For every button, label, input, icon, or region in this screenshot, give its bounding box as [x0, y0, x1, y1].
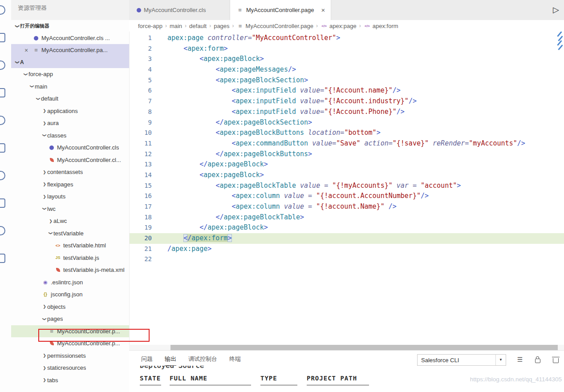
code-line[interactable]: 12 </apex:pageBlockButtons>	[130, 149, 564, 160]
tree-item[interactable]: ❯default	[11, 93, 129, 105]
code-text: <apex:commandButton value="Save" action=…	[152, 138, 525, 149]
panel-tab[interactable]: 输出	[165, 355, 176, 366]
code-line[interactable]: 17 <apex:column value = "{!account.Name}…	[130, 202, 564, 212]
breadcrumb-item[interactable]: pages	[214, 23, 229, 29]
tree-item[interactable]: ◉.eslintrc.json	[11, 276, 129, 289]
code-line[interactable]: 2 <apex:form>	[130, 44, 564, 54]
tab-active[interactable]: ≡MyAccountController.page×	[230, 0, 331, 20]
tree-item[interactable]: ❯testVariable	[11, 227, 129, 240]
tree-item[interactable]: <>testVariable.html	[11, 239, 129, 252]
code-line[interactable]: 8 <apex:inputField value="{!Account.Phon…	[130, 107, 564, 117]
code-line[interactable]: 13 </apex:pageBlock>	[130, 159, 564, 170]
code-line[interactable]: 6 <apex:inputField value="{!Account.name…	[130, 85, 564, 96]
code-line[interactable]: 16 <apex:column value = "{!account.Accou…	[130, 191, 564, 202]
chevron-separator-icon: ›	[209, 23, 211, 29]
code-editor[interactable]: 1apex:page controller="MyAccountControll…	[129, 32, 564, 345]
code-line[interactable]: 5 <apex:pageBlockSection>	[130, 75, 564, 86]
breadcrumb-symbol[interactable]: </>apex:form	[364, 23, 398, 29]
clear-output-icon[interactable]	[551, 355, 560, 364]
activity-icon-fragment[interactable]	[0, 254, 5, 263]
tab-inactive[interactable]: MyAccountController.cls	[129, 0, 230, 20]
tree-item[interactable]: {}jsconfig.json	[11, 288, 129, 301]
code-line[interactable]: 4 <apex:pageMessages/>	[130, 65, 564, 75]
breadcrumb-item[interactable]: force-app	[138, 23, 162, 29]
html-file-icon: <>	[54, 242, 61, 249]
chevron-right-icon: ❯	[42, 194, 47, 199]
code-line[interactable]: 21/apex:page>	[130, 244, 564, 255]
tree-item[interactable]: MyAccountController.cls	[11, 141, 129, 154]
tree-item[interactable]: ❯objects	[11, 301, 129, 313]
tree-item[interactable]: ❯pages	[11, 313, 129, 325]
tree-item[interactable]: ❯lwc	[11, 203, 129, 215]
code-line[interactable]: 11 <apex:commandButton value="Save" acti…	[130, 138, 564, 149]
tree-item[interactable]: testVariable.js-meta.xml	[11, 264, 129, 276]
code-line[interactable]: 20 </apex:form>	[130, 233, 564, 244]
activity-icon-fragment[interactable]	[0, 61, 5, 70]
tree-item[interactable]: ❯layouts	[11, 190, 129, 203]
lock-scroll-icon[interactable]	[533, 355, 543, 364]
output-channel-dropdown[interactable]: Salesforce CLI ▼	[417, 354, 506, 366]
tree-item[interactable]: MyAccountController.cl...	[11, 154, 129, 166]
tree-item[interactable]: ≡MyAccountController.p...	[11, 325, 129, 338]
breadcrumb-item[interactable]: main	[170, 23, 182, 29]
code-lines: 1apex:page controller="MyAccountControll…	[130, 32, 564, 265]
open-editor-item[interactable]: ×MyAccountController.cls ...	[11, 32, 129, 44]
breadcrumb-file[interactable]: ≡MyAccountController.page	[237, 23, 313, 29]
tree-item[interactable]: ❯main	[11, 81, 129, 93]
tree-item[interactable]: ❯classes	[11, 129, 129, 142]
panel-tab[interactable]: 终端	[229, 355, 241, 366]
open-editors-section-header[interactable]: ❯ 打开的编辑器	[11, 20, 129, 32]
code-line[interactable]: 15 <apex:pageBlockTable value = "{!myAcc…	[130, 181, 564, 191]
tree-item[interactable]: JStestVariable.js	[11, 252, 129, 264]
code-line[interactable]: 14 <apex:pageBlock>	[130, 170, 564, 181]
panel-tab[interactable]: 问题	[141, 355, 153, 366]
tree-item[interactable]: MyAccountController.p...	[11, 337, 129, 350]
tree-item[interactable]: ❯tabs	[11, 374, 129, 387]
explorer-sidebar: ❯ 打开的编辑器 ×MyAccountController.cls ...×≡M…	[11, 20, 129, 392]
close-icon[interactable]: ×	[321, 6, 325, 14]
close-icon[interactable]: ×	[24, 47, 32, 54]
output-actions-icon[interactable]: ☰	[515, 355, 525, 364]
tree-item[interactable]: ❯permissionsets	[11, 350, 129, 362]
chevron-down-icon: ❯	[42, 206, 47, 211]
code-line[interactable]: 7 <apex:inputField value="{!Account.indu…	[130, 96, 564, 107]
activity-icon-fragment[interactable]	[0, 143, 5, 153]
code-line[interactable]: 22	[130, 254, 564, 265]
tree-item[interactable]: ❯contentassets	[11, 166, 129, 178]
code-line[interactable]: 18 </apex:pageBlockTable>	[130, 212, 564, 223]
tree-item-label: lwc	[47, 206, 56, 212]
activity-icon-fragment[interactable]	[0, 88, 5, 97]
chevron-down-icon: ❯	[24, 72, 28, 77]
activity-icon-fragment[interactable]	[0, 198, 5, 208]
activity-icon-fragment[interactable]	[0, 33, 5, 42]
activity-bar	[0, 0, 12, 392]
code-line[interactable]: 3 <apex:pageBlock>	[130, 54, 564, 65]
tree-item[interactable]: ❯aLwc	[11, 215, 129, 227]
tree-item[interactable]: ❯aura	[11, 117, 129, 129]
project-section-header[interactable]: ❯ A	[11, 56, 129, 68]
activity-icon-fragment[interactable]	[0, 226, 5, 235]
activity-icon-fragment[interactable]	[0, 5, 5, 15]
activity-icon-fragment[interactable]	[0, 171, 5, 180]
tree-item[interactable]: ❯force-app	[11, 68, 129, 81]
tree-item[interactable]: ❯staticresources	[11, 362, 129, 374]
horizontal-scrollbar[interactable]	[129, 345, 564, 350]
open-editor-label: MyAccountController.pa...	[41, 47, 108, 53]
line-number: 16	[130, 191, 152, 202]
code-line[interactable]: 1apex:page controller="MyAccountControll…	[130, 33, 564, 44]
code-line[interactable]: 9 </apex:pageBlockSection>	[130, 117, 564, 128]
code-text: </apex:pageBlock>	[152, 222, 268, 233]
tree-item[interactable]: ❯flexipages	[11, 178, 129, 191]
breadcrumb-item[interactable]: default	[189, 23, 207, 29]
run-button[interactable]: ▷	[550, 4, 562, 16]
activity-icon-fragment[interactable]	[0, 116, 5, 125]
open-editor-item[interactable]: ×≡MyAccountController.pa...	[11, 44, 129, 56]
code-line[interactable]: 19 </apex:pageBlock>	[130, 222, 564, 233]
line-number: 2	[130, 44, 152, 54]
scrollbar-thumb[interactable]	[170, 345, 558, 350]
breadcrumb-symbol[interactable]: </>apex:page	[321, 23, 357, 29]
code-line[interactable]: 10 <apex:pageBlockButtons location="bott…	[130, 128, 564, 138]
tree-item[interactable]: ❯applications	[11, 105, 129, 117]
cls-file-icon	[34, 36, 38, 40]
panel-tab[interactable]: 调试控制台	[188, 355, 217, 366]
